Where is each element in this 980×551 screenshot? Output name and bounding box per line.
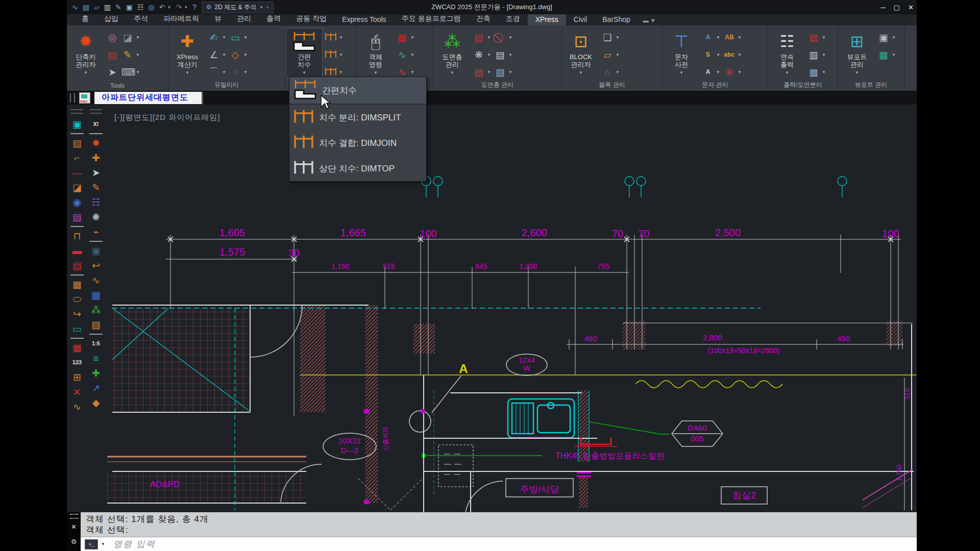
ribbon-small-button[interactable]: ▤ <box>106 47 118 62</box>
ribbon-small-button[interactable]: ▤▼ <box>473 64 491 80</box>
toolbar-button[interactable]: ▦ <box>69 340 85 355</box>
chevron-down-icon[interactable]: ▼ <box>167 5 171 10</box>
wrench-icon[interactable]: ⚙ <box>71 538 77 545</box>
tab-조경[interactable]: 조경 <box>498 13 528 26</box>
ribbon-small-button[interactable]: ▱▼ <box>601 47 620 62</box>
layer-manage-button[interactable]: ⁂도면층관리 ▼ <box>434 29 470 77</box>
tab-삽입[interactable]: 삽입 <box>96 13 126 26</box>
object-command-button[interactable]: 🖰객체명령 ▼ <box>358 29 394 77</box>
copy-icon[interactable]: ▣ <box>126 4 133 11</box>
tab-civil[interactable]: Civil <box>566 14 595 26</box>
tab-주요-응용프로그램[interactable]: 주요 응용프로그램 <box>394 13 469 26</box>
batch-plot-button[interactable]: ☷연속출력 ▼ <box>769 29 805 77</box>
ribbon-small-button[interactable]: ⃠▼ <box>494 30 512 45</box>
preview-icon[interactable]: ◎ <box>149 4 155 11</box>
minimize-button[interactable]: ─ <box>881 4 886 11</box>
tab-파라메트릭[interactable]: 파라메트릭 <box>156 13 207 26</box>
toolbar-button[interactable]: ↗ <box>88 381 104 395</box>
ribbon-options-icon[interactable]: ▬ ▼ <box>643 17 656 26</box>
tab-barshop[interactable]: BarShop <box>595 14 638 26</box>
xpress-calculator-button[interactable]: ✚XPress계산기 ▼ <box>169 29 205 77</box>
save-icon[interactable]: ▥ <box>104 4 111 11</box>
toolbar-button[interactable]: ▣ <box>88 243 104 258</box>
toolbar-button[interactable]: ↪ <box>69 307 85 321</box>
toolbar-button[interactable]: ↩ <box>88 258 104 273</box>
ribbon-small-button[interactable]: ▤▼ <box>494 47 512 62</box>
menu-item-dimsplit[interactable]: 치수 분리: DIMSPLIT <box>289 105 426 130</box>
toolbar-button[interactable]: ▤ <box>69 210 85 224</box>
toolbar-button[interactable]: ⊞ <box>69 370 85 385</box>
drawing-canvas[interactable]: [-][평면도][2D 와이어프레임] <box>107 105 917 512</box>
chevron-down-icon[interactable]: ▼ <box>184 5 188 10</box>
maximize-button[interactable]: ▢ <box>894 4 900 11</box>
toolbar-button[interactable]: — <box>69 165 85 180</box>
command-grip[interactable] <box>70 514 78 519</box>
toolbar-button[interactable]: ⌁ <box>88 224 104 239</box>
viewport-controls[interactable]: [-][평면도][2D 와이어프레임] <box>114 113 220 122</box>
ribbon-small-button[interactable]: AB▼ <box>723 30 742 45</box>
toolbar-button[interactable]: ▦ <box>69 277 85 292</box>
ribbon-small-button[interactable]: ▤▼ <box>807 30 826 45</box>
tab-bar-grip[interactable] <box>70 93 75 103</box>
ribbon-small-button[interactable]: ④▼ <box>723 64 742 80</box>
toolbar-button[interactable]: ⌐ <box>69 151 85 165</box>
close-icon[interactable]: ✕ <box>71 523 77 531</box>
toolbar-button[interactable]: ⊓ <box>69 229 85 243</box>
toolbar-button[interactable]: ⁂ <box>88 303 104 317</box>
open-file-icon[interactable]: ▱ <box>94 4 100 11</box>
ribbon-small-button[interactable]: ⌂▼ <box>601 64 620 80</box>
ribbon-small-button[interactable]: ▧▼ <box>494 64 512 80</box>
toolbar-button[interactable]: ▦ <box>88 288 104 303</box>
zwcad-logo-icon[interactable]: ∿ <box>72 4 78 11</box>
toolbar-button[interactable]: ▤ <box>69 136 85 151</box>
tab-홈[interactable]: 홈 <box>74 13 96 26</box>
toolbar-button[interactable]: 123 <box>69 355 85 370</box>
save-as-icon[interactable]: ✎ <box>115 4 121 11</box>
ribbon-small-button[interactable]: ✍▼ <box>208 30 226 45</box>
tab-주석[interactable]: 주석 <box>126 13 156 26</box>
toolbar-button[interactable]: ◪ <box>69 180 85 195</box>
ribbon-small-button[interactable]: ▦▼ <box>396 30 414 45</box>
block-manager-button[interactable]: ⊡BLOCK관리자 ▼ <box>563 29 599 77</box>
toolbar-button[interactable]: ∿ <box>69 399 85 414</box>
ribbon-small-button[interactable]: A▼ <box>702 64 720 80</box>
toolbar-grip[interactable] <box>90 109 102 114</box>
ribbon-small-button[interactable]: ▣▼ <box>877 30 896 45</box>
tab-뷰[interactable]: 뷰 <box>207 13 229 26</box>
document-tab[interactable]: 아파트단위세대평면도 <box>94 92 203 104</box>
tab-출력[interactable]: 출력 <box>259 13 288 26</box>
toolbar-button[interactable]: ✹ <box>88 136 104 151</box>
ribbon-small-button[interactable]: ◇▼ <box>229 47 248 62</box>
shortcut-manager-button[interactable]: ✹단축키관리자 ▼ <box>68 29 104 77</box>
toolbar-button[interactable]: ◉ <box>69 195 85 210</box>
ribbon-small-button[interactable]: S▼ <box>702 47 720 62</box>
menu-item-quick-dimension[interactable]: 간편치수 <box>289 77 426 104</box>
toolbar-button[interactable]: ▨ <box>88 317 104 332</box>
ribbon-small-button[interactable]: ∿▼ <box>396 47 414 62</box>
tab-xpress[interactable]: XPress <box>528 14 566 26</box>
text-dictionary-button[interactable]: ⊤문자사전 ▼ <box>664 29 699 77</box>
help-icon[interactable]: ? <box>192 4 197 11</box>
print-icon[interactable]: ☷ <box>137 4 144 11</box>
ribbon-small-button[interactable]: A▼ <box>702 30 720 45</box>
menu-item-dimtop[interactable]: 상단 치수: DIMTOP <box>289 156 426 181</box>
quick-dimension-button[interactable]: 간편치수 ▼ <box>286 29 322 77</box>
toolbar-button[interactable]: ▭ <box>69 321 85 336</box>
ribbon-small-button[interactable]: ∠▼ <box>208 47 226 62</box>
ribbon-small-button[interactable]: ▼ <box>325 47 343 62</box>
command-history[interactable]: 객체 선택: 1개를 찾음, 총 4개객체 선택: <box>81 512 917 537</box>
tab-공동-작업[interactable]: 공동 작업 <box>288 13 334 26</box>
viewport-manager-button[interactable]: ⊞뷰포트관리 ▼ <box>839 29 875 77</box>
ribbon-small-button[interactable]: ➤ <box>106 64 118 80</box>
tab-express-tools[interactable]: Express Tools <box>334 14 394 26</box>
ribbon-small-button[interactable]: ❋▼ <box>473 47 491 62</box>
ribbon-small-button[interactable]: ◎ <box>106 30 118 45</box>
toolbar-button[interactable]: ▤ <box>69 258 85 273</box>
command-prompt-icon[interactable]: >_ <box>85 539 98 549</box>
toolbar-button[interactable]: ◆ <box>88 395 104 410</box>
tab-관리[interactable]: 관리 <box>229 13 259 26</box>
ribbon-small-button[interactable]: ✎▼ <box>121 47 140 62</box>
new-file-icon[interactable]: ▤ <box>83 4 89 11</box>
ribbon-small-button[interactable]: ▥▼ <box>807 47 826 62</box>
toolbar-grip[interactable] <box>71 109 83 114</box>
